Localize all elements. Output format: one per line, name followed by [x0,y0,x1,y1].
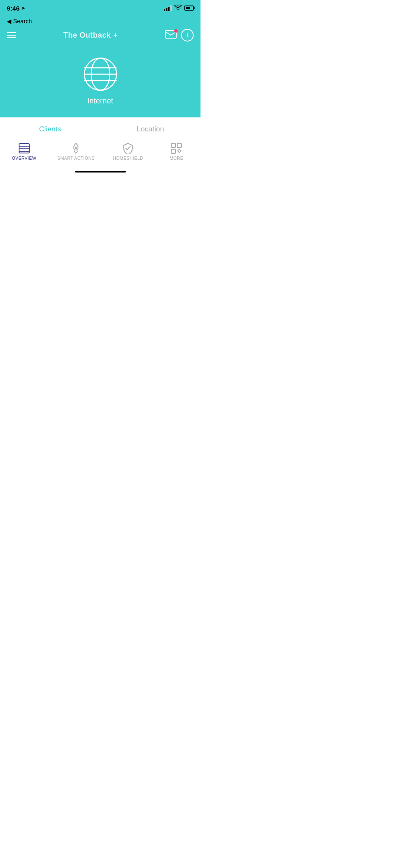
tab-bar: Clients Location [0,117,200,139]
bottom-tab-bar: OVERVIEW SMART ACTIONS HOMESHIELD [0,138,200,175]
overview-label: OVERVIEW [12,156,36,161]
battery-icon [184,6,194,11]
homeshield-icon [122,142,134,154]
back-chevron-icon: ◀ [7,18,11,25]
bottom-tab-overview[interactable]: OVERVIEW [9,142,39,161]
bottom-tab-homeshield[interactable]: HOMESHIELD [113,142,143,161]
add-button[interactable]: + [181,29,194,42]
internet-section: Internet [0,47,200,117]
bottom-tab-more[interactable]: MORE [162,142,191,161]
signal-bars-icon [164,5,172,11]
add-plus-icon: + [185,31,190,39]
wifi-icon [174,5,182,12]
overview-icon [18,142,30,154]
svg-rect-16 [171,149,175,153]
smart-actions-label: SMART ACTIONS [57,156,95,161]
content-card: Clients Location Home Network 24 online [0,117,200,175]
notification-dot [174,29,178,33]
tab-clients[interactable]: Clients [0,117,100,139]
menu-button[interactable] [7,32,16,38]
more-label: MORE [170,156,183,161]
smart-actions-icon [70,142,82,154]
tab-location[interactable]: Location [100,117,201,139]
back-button[interactable]: ◀ Search [7,18,32,25]
svg-rect-14 [171,143,175,147]
bottom-tab-smart-actions[interactable]: SMART ACTIONS [57,142,95,161]
status-left: 9:46 ➤ [7,5,25,12]
home-indicator [75,171,126,172]
status-bar: 9:46 ➤ [0,0,200,15]
menu-line-2 [7,35,16,36]
svg-rect-15 [177,143,181,147]
back-label: Search [13,18,32,25]
menu-line-1 [7,32,16,33]
more-icon [170,142,182,154]
header-title: The Outback + [63,31,117,40]
svg-point-13 [75,147,77,149]
status-right [164,5,194,12]
nav-back-bar: ◀ Search [0,15,200,27]
globe-icon [81,55,120,93]
homeshield-label: HOMESHIELD [113,156,143,161]
header-actions: + [165,29,194,42]
location-arrow-icon: ➤ [21,5,25,11]
messages-button[interactable] [165,30,177,40]
app-header: The Outback + + [0,27,200,47]
status-time: 9:46 [7,5,19,12]
internet-label: Internet [87,97,113,106]
menu-line-3 [7,37,16,38]
